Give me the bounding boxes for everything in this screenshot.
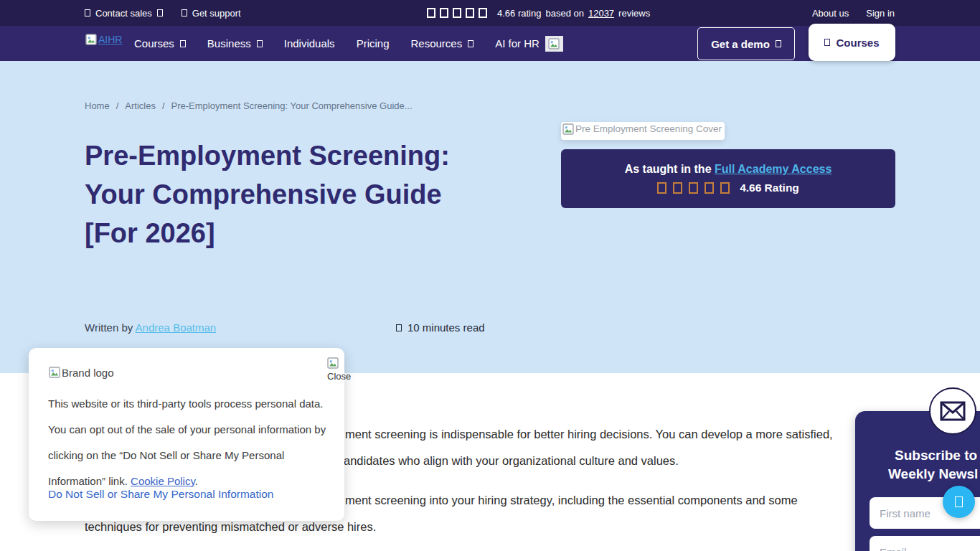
broken-image-icon	[85, 34, 97, 45]
rating-stars	[427, 8, 487, 18]
course-card-line1: As taught in the Full Academy Access	[625, 163, 832, 176]
newsletter-heading-line2: Weekly Newsl	[888, 466, 978, 482]
ai-badge-broken-image	[545, 36, 563, 52]
star-icon	[466, 8, 474, 18]
star-icon	[705, 182, 714, 194]
chevron-down-icon	[468, 40, 473, 47]
grid-icon	[824, 39, 830, 46]
article-text-line: andidates who align with your organizati…	[344, 454, 679, 468]
close-alt-text: Close	[327, 371, 352, 382]
rating-value: 4.66 rating	[497, 8, 541, 19]
page: Contact sales Get support 4.66 rating ba…	[0, 0, 980, 551]
read-time: 10 minutes read	[396, 321, 485, 334]
course-promo-card: As taught in the Full Academy Access 4.6…	[561, 149, 895, 208]
chevron-down-icon	[157, 9, 163, 17]
contact-sales-label: Contact sales	[95, 8, 152, 19]
cover-alt-text: Pre Employment Screening Cover	[575, 123, 722, 134]
support-icon	[182, 9, 187, 17]
breadcrumb-articles[interactable]: Articles	[125, 100, 156, 111]
nav-pricing-label: Pricing	[357, 37, 390, 50]
breadcrumb-current: Pre-Employment Screening: Your Comprehen…	[171, 100, 413, 111]
article-text-line: ment screening is indispensable for bett…	[345, 428, 833, 441]
get-demo-button[interactable]: Get a demo	[697, 27, 795, 60]
get-demo-label: Get a demo	[711, 38, 770, 50]
cookie-policy-text: This website or its third-party tools pr…	[48, 391, 328, 494]
author-link[interactable]: Andrea Boatman	[136, 321, 217, 334]
chat-launcher-button[interactable]	[943, 486, 975, 518]
full-academy-access-link[interactable]: Full Academy Access	[715, 163, 831, 175]
based-on-text: based on	[545, 8, 584, 19]
brand-logo-alt-text: Brand logo	[62, 367, 114, 379]
chevron-down-icon	[180, 40, 186, 47]
broken-image-icon	[327, 357, 339, 369]
rating-stars	[657, 182, 730, 194]
star-icon	[689, 182, 698, 194]
sign-in-link[interactable]: Sign in	[866, 8, 895, 19]
star-icon	[673, 182, 682, 194]
email-input[interactable]	[870, 536, 980, 551]
nav-item-business[interactable]: Business	[207, 37, 263, 50]
courses-button-label: Courses	[836, 37, 879, 49]
reviews-word: reviews	[618, 8, 650, 19]
aihr-logo[interactable]: AIHR	[85, 34, 123, 54]
broken-image-icon	[562, 123, 574, 135]
reviews-count-link[interactable]: 12037	[588, 8, 614, 19]
breadcrumb: Home / Articles / Pre-Employment Screeni…	[85, 100, 413, 111]
course-rating-text: 4.66 Rating	[740, 182, 799, 194]
envelope-icon	[940, 401, 966, 421]
get-support-label: Get support	[192, 8, 241, 19]
star-icon	[720, 182, 730, 194]
clock-icon	[396, 324, 402, 331]
get-support-link[interactable]: Get support	[182, 8, 241, 19]
cookie-consent-dialog: Brand logo Close This website or its thi…	[29, 348, 344, 521]
star-icon	[657, 182, 666, 194]
courses-button[interactable]: Courses	[809, 24, 895, 61]
rating-summary: 4.66 rating based on 12037 reviews	[427, 0, 650, 26]
contact-sales-link[interactable]: Contact sales	[85, 8, 163, 19]
nav-individuals-label: Individuals	[284, 37, 335, 50]
nav-item-courses[interactable]: Courses	[134, 37, 186, 50]
cookie-close-button[interactable]: Close	[327, 357, 352, 382]
byline: Written by Andrea Boatman	[85, 321, 216, 334]
nav-courses-label: Courses	[134, 37, 174, 50]
phone-icon	[85, 9, 90, 17]
nav-ai-for-hr-label: AI for HR	[495, 37, 540, 50]
breadcrumb-home[interactable]: Home	[85, 100, 110, 111]
cookie-brand-logo-broken: Brand logo	[49, 367, 114, 379]
about-us-link[interactable]: About us	[812, 8, 849, 19]
star-icon	[427, 8, 435, 18]
breadcrumb-separator: /	[162, 100, 165, 111]
article-text-line: techniques for preventing mismatched or …	[85, 520, 376, 534]
chevron-down-icon	[257, 40, 263, 47]
nav-item-individuals[interactable]: Individuals	[284, 37, 335, 50]
arrow-icon	[776, 40, 781, 47]
page-title: Pre-Employment Screening: Your Comprehen…	[85, 136, 476, 253]
cookie-policy-link[interactable]: Cookie Policy	[131, 475, 195, 487]
breadcrumb-separator: /	[116, 100, 119, 111]
chat-icon	[955, 496, 963, 507]
nav-business-label: Business	[207, 37, 251, 50]
cover-image-broken: Pre Employment Screening Cover	[561, 122, 725, 140]
broken-image-icon	[548, 38, 560, 50]
nav-item-ai-for-hr[interactable]: AI for HR	[495, 36, 563, 52]
star-icon	[453, 8, 461, 18]
nav-resources-label: Resources	[410, 37, 462, 50]
logo-alt-text: AIHR	[98, 34, 122, 45]
star-icon	[440, 8, 448, 18]
do-not-sell-link[interactable]: Do Not Sell or Share My Personal Informa…	[48, 488, 273, 501]
cookie-body-text: This website or its third-party tools pr…	[48, 397, 326, 487]
newsletter-heading-line1: Subscribe to	[895, 448, 977, 463]
broken-image-icon	[49, 367, 60, 378]
written-by-label: Written by	[85, 321, 133, 334]
newsletter-envelope-badge	[929, 387, 976, 435]
as-taught-text: As taught in the	[625, 163, 712, 175]
course-card-rating: 4.66 Rating	[657, 182, 799, 194]
nav-item-resources[interactable]: Resources	[410, 37, 473, 50]
cookie-body-suffix: .	[195, 475, 198, 487]
article-text-line: ment screening into your hiring strategy…	[345, 494, 798, 507]
star-icon	[479, 8, 487, 18]
nav-item-pricing[interactable]: Pricing	[357, 37, 390, 50]
top-utility-bar: Contact sales Get support 4.66 rating ba…	[0, 0, 980, 26]
read-time-text: 10 minutes read	[407, 321, 485, 334]
